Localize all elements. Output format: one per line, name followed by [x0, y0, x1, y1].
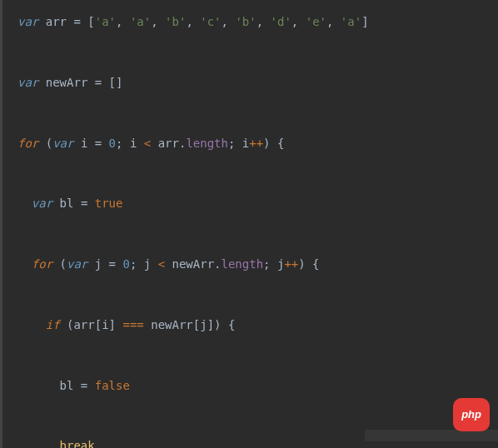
string-literal: 'a' — [95, 15, 116, 28]
keyword-for: for — [32, 257, 52, 271]
keyword-if: if — [46, 318, 60, 331]
fade-overlay — [365, 430, 498, 441]
keyword-var: var — [17, 15, 38, 28]
ident-newarr: newArr — [46, 76, 88, 89]
keyword-var: var — [17, 76, 38, 89]
ident-arr: arr — [46, 15, 67, 28]
code-editor: var arr = ['a', 'a', 'b', 'c', 'b', 'd',… — [0, 0, 498, 448]
keyword-break: break — [60, 439, 95, 448]
keyword-for: for — [17, 137, 38, 150]
